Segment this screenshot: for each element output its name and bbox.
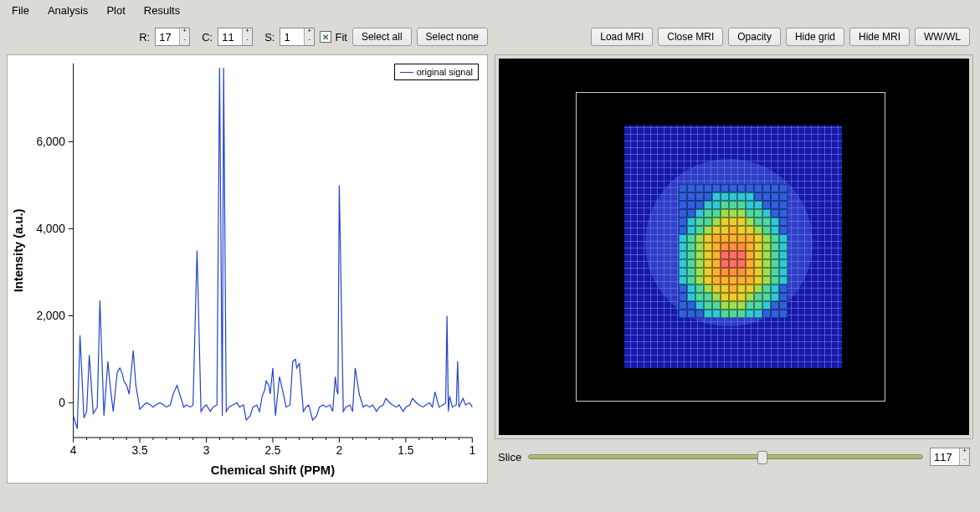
- menubar: File Analysis Plot Results: [0, 0, 980, 21]
- load-mri-button[interactable]: Load MRI: [591, 28, 653, 46]
- r-down[interactable]: -: [179, 37, 189, 45]
- slice-down[interactable]: -: [959, 457, 969, 465]
- left-toolbar: R: +- C: +- S: +- ✕ Fit Select all Selec…: [7, 21, 488, 54]
- svg-text:2.5: 2.5: [264, 444, 280, 457]
- legend-line-icon: [400, 72, 413, 73]
- plot-svg: 43.532.521.5102,0004,0006,000Chemical Sh…: [8, 55, 487, 483]
- opacity-button[interactable]: Opacity: [728, 28, 781, 46]
- slice-label: Slice: [498, 451, 521, 463]
- menu-plot[interactable]: Plot: [106, 4, 125, 17]
- menu-analysis[interactable]: Analysis: [48, 4, 88, 17]
- hide-grid-button[interactable]: Hide grid: [786, 28, 844, 46]
- menu-results[interactable]: Results: [144, 4, 180, 17]
- s-label: S:: [264, 31, 275, 44]
- mri-container: [495, 54, 973, 439]
- mri-view[interactable]: [499, 59, 969, 435]
- legend: original signal: [394, 64, 479, 80]
- slider-thumb[interactable]: [757, 451, 767, 464]
- svg-text:1.5: 1.5: [398, 444, 413, 457]
- svg-text:3: 3: [203, 444, 210, 457]
- c-down[interactable]: -: [242, 37, 252, 45]
- menu-file[interactable]: File: [12, 4, 29, 17]
- right-toolbar: Load MRI Close MRI Opacity Hide grid Hid…: [495, 21, 973, 54]
- fit-label: Fit: [335, 31, 346, 44]
- svg-text:2: 2: [336, 444, 343, 457]
- select-none-button[interactable]: Select none: [417, 28, 488, 46]
- slice-slider[interactable]: [528, 454, 923, 459]
- select-all-button[interactable]: Select all: [352, 28, 412, 46]
- slice-input[interactable]: [931, 451, 959, 463]
- slice-spinner[interactable]: +-: [930, 448, 970, 466]
- checkbox-icon: ✕: [320, 31, 331, 43]
- svg-text:1: 1: [469, 444, 475, 457]
- svg-text:0: 0: [59, 397, 65, 409]
- left-panel: R: +- C: +- S: +- ✕ Fit Select all Selec…: [7, 21, 488, 484]
- svg-text:3.5: 3.5: [132, 444, 148, 457]
- right-panel: Load MRI Close MRI Opacity Hide grid Hid…: [495, 21, 973, 484]
- voxel-heatmap[interactable]: [679, 184, 788, 318]
- close-mri-button[interactable]: Close MRI: [658, 28, 723, 46]
- s-down[interactable]: -: [304, 37, 314, 45]
- svg-text:Chemical Shift (PPM): Chemical Shift (PPM): [211, 463, 335, 477]
- svg-text:4,000: 4,000: [36, 223, 65, 235]
- spectrum-plot[interactable]: 43.532.521.5102,0004,0006,000Chemical Sh…: [7, 54, 488, 484]
- r-label: R:: [139, 31, 150, 44]
- slice-row: Slice +-: [495, 439, 973, 469]
- r-spinner[interactable]: +-: [155, 28, 190, 46]
- fit-checkbox[interactable]: ✕ Fit: [320, 31, 346, 44]
- c-input[interactable]: [218, 31, 242, 44]
- r-input[interactable]: [156, 31, 179, 44]
- svg-text:6,000: 6,000: [36, 136, 65, 148]
- c-spinner[interactable]: +-: [218, 28, 253, 46]
- c-label: C:: [202, 31, 213, 44]
- svg-text:4: 4: [70, 444, 77, 457]
- legend-label: original signal: [417, 67, 473, 77]
- s-input[interactable]: [280, 31, 304, 44]
- s-spinner[interactable]: +-: [280, 28, 315, 46]
- wwwl-button[interactable]: WW/WL: [915, 28, 970, 46]
- svg-text:Intensity (a.u.): Intensity (a.u.): [12, 208, 25, 292]
- svg-text:2,000: 2,000: [36, 310, 65, 322]
- hide-mri-button[interactable]: Hide MRI: [849, 28, 910, 46]
